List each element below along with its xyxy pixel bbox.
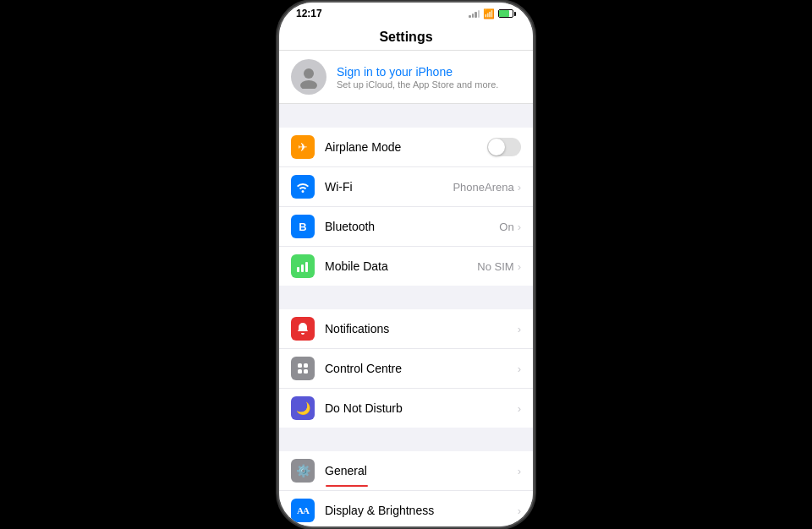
bluetooth-value: On [499, 221, 513, 233]
svg-point-1 [300, 80, 317, 89]
section-divider-3 [279, 428, 533, 451]
display-brightness-icon: AA [291, 499, 315, 522]
svg-rect-7 [298, 369, 302, 374]
nav-bar: Settings [279, 23, 533, 51]
page-title: Settings [379, 30, 432, 44]
row-control-centre[interactable]: Control Centre › [279, 349, 533, 389]
wifi-value: PhoneArena [453, 181, 513, 194]
svg-rect-6 [304, 363, 308, 368]
avatar [291, 59, 326, 95]
general-icon: ⚙️ [291, 459, 315, 483]
profile-name: Sign in to your iPhone [337, 65, 498, 79]
notifications-chevron: › [518, 323, 521, 335]
do-not-disturb-chevron: › [518, 402, 521, 415]
svg-rect-3 [301, 264, 304, 272]
status-icons: 📶 [469, 8, 516, 19]
row-wifi[interactable]: Wi-Fi PhoneArena › [279, 167, 533, 207]
profile-section[interactable]: Sign in to your iPhone Set up iCloud, th… [279, 51, 533, 104]
svg-rect-4 [305, 262, 308, 272]
row-do-not-disturb[interactable]: 🌙 Do Not Disturb › [279, 389, 533, 428]
wifi-label: Wi-Fi [325, 180, 453, 194]
svg-rect-8 [304, 369, 308, 374]
status-time: 12:17 [296, 8, 322, 19]
airplane-mode-label: Airplane Mode [325, 140, 487, 154]
signal-icon [469, 9, 480, 18]
svg-point-0 [304, 68, 314, 79]
section-divider-2 [279, 286, 533, 309]
row-display-brightness[interactable]: AA Display & Brightness › [279, 491, 533, 526]
notifications-icon [291, 317, 315, 341]
battery-icon [498, 9, 516, 18]
status-bar: 12:17 📶 [279, 3, 533, 23]
mobile-data-chevron: › [518, 260, 521, 273]
do-not-disturb-label: Do Not Disturb [325, 401, 518, 415]
group-notifications: Notifications › Control Centre › 🌙 Do [279, 309, 533, 428]
phone-frame: 12:17 📶 Settings [279, 3, 533, 526]
row-general[interactable]: ⚙️ General › [279, 451, 533, 491]
do-not-disturb-icon: 🌙 [291, 396, 315, 420]
svg-rect-2 [297, 267, 299, 272]
general-chevron: › [518, 465, 521, 477]
group-display: ⚙️ General › AA Display & Brightness › W… [279, 451, 533, 526]
profile-sub: Set up iCloud, the App Store and more. [337, 79, 498, 90]
row-airplane-mode[interactable]: ✈ Airplane Mode [279, 128, 533, 167]
svg-rect-5 [298, 363, 302, 368]
general-label: General [325, 464, 518, 477]
wifi-chevron: › [518, 181, 521, 194]
wifi-status-icon: 📶 [483, 8, 495, 19]
profile-info: Sign in to your iPhone Set up iCloud, th… [337, 65, 498, 90]
section-divider-1 [279, 104, 533, 128]
control-centre-chevron: › [518, 363, 521, 375]
mobile-data-icon [291, 254, 315, 278]
mobile-data-value: No SIM [477, 260, 513, 273]
display-brightness-label: Display & Brightness [325, 504, 518, 517]
control-centre-icon [291, 357, 315, 380]
general-underline [326, 485, 368, 487]
bluetooth-icon: B [291, 215, 315, 238]
airplane-mode-icon: ✈ [291, 135, 315, 159]
group-connectivity: ✈ Airplane Mode Wi-Fi PhoneArena › B Blu [279, 128, 533, 286]
bluetooth-chevron: › [518, 221, 521, 233]
display-brightness-chevron: › [518, 504, 521, 517]
control-centre-label: Control Centre [325, 362, 518, 375]
notifications-label: Notifications [325, 322, 518, 335]
scroll-content[interactable]: Sign in to your iPhone Set up iCloud, th… [279, 51, 533, 526]
row-notifications[interactable]: Notifications › [279, 309, 533, 349]
wifi-icon [291, 175, 315, 199]
row-mobile-data[interactable]: Mobile Data No SIM › [279, 247, 533, 286]
airplane-mode-toggle[interactable] [487, 138, 521, 156]
bluetooth-label: Bluetooth [325, 220, 499, 233]
row-bluetooth[interactable]: B Bluetooth On › [279, 207, 533, 247]
mobile-data-label: Mobile Data [325, 259, 477, 273]
